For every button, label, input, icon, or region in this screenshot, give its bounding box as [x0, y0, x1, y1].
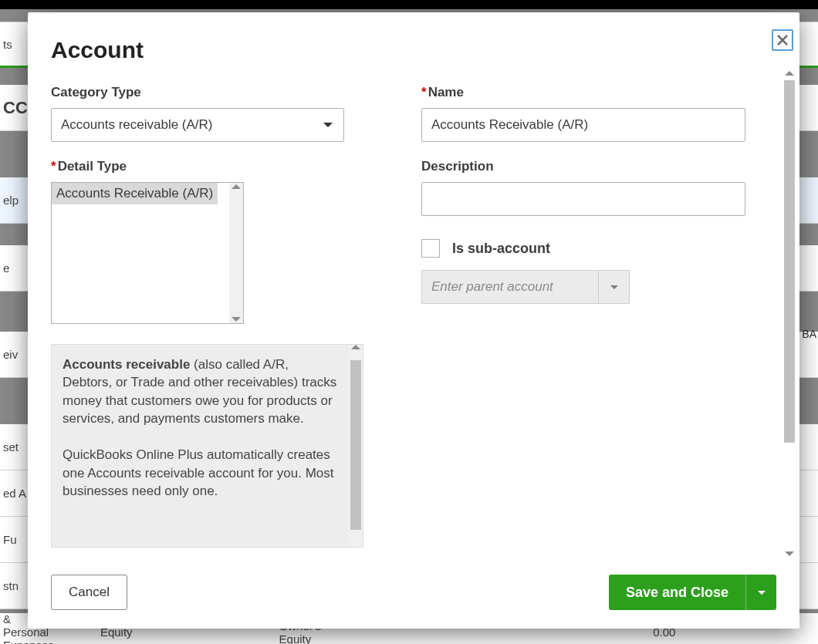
- detail-type-listbox[interactable]: Accounts Receivable (A/R): [51, 182, 244, 324]
- category-type-value: Accounts receivable (A/R): [61, 117, 213, 133]
- close-icon: [776, 33, 789, 47]
- right-column: *Name Accounts Receivable (A/R) Descript…: [421, 85, 776, 558]
- sub-account-checkbox[interactable]: [421, 239, 440, 258]
- description-label: Description: [421, 159, 745, 174]
- category-type-label: Category Type: [51, 85, 375, 100]
- save-dropdown-button[interactable]: [745, 575, 776, 610]
- sub-account-row: Is sub-account: [421, 239, 745, 258]
- chevron-up-icon: [232, 184, 241, 189]
- description-input[interactable]: [421, 182, 745, 216]
- modal-footer: Cancel Save and Close: [28, 561, 799, 629]
- chevron-down-icon: [323, 123, 333, 127]
- description-scroll-thumb[interactable]: [350, 360, 361, 530]
- cancel-button[interactable]: Cancel: [51, 575, 127, 610]
- detail-type-option[interactable]: Accounts Receivable (A/R): [52, 183, 218, 204]
- detail-type-description: Accounts receivable (also called A/R, De…: [51, 344, 363, 548]
- modal-title: Account: [51, 37, 776, 63]
- scrollbar-up[interactable]: [784, 68, 795, 79]
- left-column: Category Type Accounts receivable (A/R) …: [51, 85, 375, 558]
- save-button-group: Save and Close: [609, 575, 776, 610]
- modal-body: Category Type Accounts receivable (A/R) …: [28, 63, 799, 561]
- listbox-scrollbar[interactable]: [229, 183, 243, 323]
- description-scrollbar[interactable]: [349, 345, 363, 547]
- save-and-close-button[interactable]: Save and Close: [609, 575, 745, 610]
- sub-account-label: Is sub-account: [452, 241, 550, 257]
- chevron-down-icon: [758, 591, 766, 595]
- detail-type-label: *Detail Type: [51, 159, 375, 174]
- parent-account-input[interactable]: Enter parent account: [421, 270, 599, 304]
- name-input[interactable]: Accounts Receivable (A/R): [421, 108, 745, 142]
- modal-header: Account: [28, 12, 799, 63]
- category-type-select[interactable]: Accounts receivable (A/R): [51, 108, 344, 142]
- close-button[interactable]: [772, 29, 793, 51]
- parent-account-select[interactable]: Enter parent account: [421, 270, 630, 304]
- chevron-up-icon: [351, 345, 360, 349]
- chevron-down-icon: [610, 285, 618, 289]
- scrollbar-thumb[interactable]: [784, 80, 795, 443]
- name-label: *Name: [421, 85, 745, 100]
- account-modal: Account Category Type Accounts receivabl…: [28, 12, 799, 629]
- chevron-down-icon: [232, 317, 241, 322]
- parent-account-dropdown-button[interactable]: [599, 270, 630, 304]
- scrollbar-down[interactable]: [784, 548, 795, 559]
